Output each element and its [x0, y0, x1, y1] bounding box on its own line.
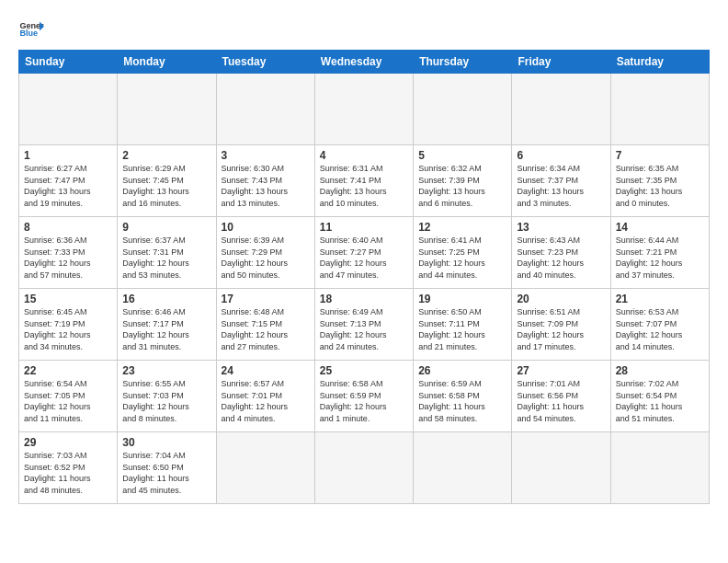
- day-number: 8: [24, 221, 112, 234]
- calendar-week-4: 22Sunrise: 6:54 AMSunset: 7:05 PMDayligh…: [19, 361, 710, 432]
- cell-info: Sunrise: 6:49 AMSunset: 7:13 PMDaylight:…: [320, 306, 408, 352]
- day-number: 19: [418, 293, 506, 305]
- cell-info: Sunrise: 6:57 AMSunset: 7:01 PMDaylight:…: [222, 378, 310, 424]
- cell-info: Sunrise: 6:34 AMSunset: 7:37 PMDaylight:…: [517, 163, 605, 209]
- calendar-cell: 5Sunrise: 6:32 AMSunset: 7:39 PMDaylight…: [414, 145, 512, 217]
- cell-info: Sunrise: 6:29 AMSunset: 7:45 PMDaylight:…: [122, 163, 210, 209]
- calendar-week-1: 1Sunrise: 6:27 AMSunset: 7:47 PMDaylight…: [19, 145, 710, 217]
- calendar-cell: 10Sunrise: 6:39 AMSunset: 7:29 PMDayligh…: [216, 217, 314, 289]
- calendar-cell: 19Sunrise: 6:50 AMSunset: 7:11 PMDayligh…: [414, 289, 512, 361]
- calendar-cell: [512, 74, 610, 145]
- day-number: 15: [24, 293, 112, 305]
- calendar-week-5: 29Sunrise: 7:03 AMSunset: 6:52 PMDayligh…: [19, 432, 710, 504]
- cell-info: Sunrise: 6:50 AMSunset: 7:11 PMDaylight:…: [418, 306, 506, 352]
- col-header-thursday: Thursday: [414, 51, 512, 74]
- calendar-cell: 29Sunrise: 7:03 AMSunset: 6:52 PMDayligh…: [19, 432, 118, 504]
- cell-info: Sunrise: 6:55 AMSunset: 7:03 PMDaylight:…: [122, 378, 210, 424]
- col-header-saturday: Saturday: [610, 51, 709, 74]
- calendar-cell: 22Sunrise: 6:54 AMSunset: 7:05 PMDayligh…: [19, 361, 118, 432]
- day-number: 30: [122, 436, 210, 449]
- cell-info: Sunrise: 6:58 AMSunset: 6:59 PMDaylight:…: [320, 378, 408, 424]
- calendar-cell: 2Sunrise: 6:29 AMSunset: 7:45 PMDaylight…: [118, 145, 216, 217]
- logo-icon: General Blue: [18, 17, 44, 42]
- calendar-cell: [118, 74, 216, 145]
- day-number: 4: [320, 149, 408, 162]
- cell-info: Sunrise: 6:36 AMSunset: 7:33 PMDaylight:…: [24, 235, 112, 281]
- cell-info: Sunrise: 6:45 AMSunset: 7:19 PMDaylight:…: [24, 306, 112, 352]
- cell-info: Sunrise: 6:40 AMSunset: 7:27 PMDaylight:…: [320, 235, 408, 281]
- calendar-cell: 6Sunrise: 6:34 AMSunset: 7:37 PMDaylight…: [512, 145, 610, 217]
- calendar-week-0: [19, 74, 710, 145]
- day-number: 28: [616, 364, 704, 377]
- calendar-cell: 8Sunrise: 6:36 AMSunset: 7:33 PMDaylight…: [19, 217, 118, 289]
- cell-info: Sunrise: 6:46 AMSunset: 7:17 PMDaylight:…: [122, 306, 210, 352]
- calendar-cell: 27Sunrise: 7:01 AMSunset: 6:56 PMDayligh…: [512, 361, 610, 432]
- calendar-week-2: 8Sunrise: 6:36 AMSunset: 7:33 PMDaylight…: [19, 217, 710, 289]
- cell-info: Sunrise: 6:37 AMSunset: 7:31 PMDaylight:…: [122, 235, 210, 281]
- cell-info: Sunrise: 6:53 AMSunset: 7:07 PMDaylight:…: [616, 306, 704, 352]
- day-number: 9: [122, 221, 210, 234]
- calendar-cell: 3Sunrise: 6:30 AMSunset: 7:43 PMDaylight…: [216, 145, 314, 217]
- day-number: 3: [222, 149, 310, 162]
- day-number: 5: [418, 149, 506, 162]
- cell-info: Sunrise: 6:59 AMSunset: 6:58 PMDaylight:…: [418, 378, 506, 424]
- calendar-cell: 23Sunrise: 6:55 AMSunset: 7:03 PMDayligh…: [118, 361, 216, 432]
- col-header-sunday: Sunday: [19, 51, 118, 74]
- calendar-header-row: SundayMondayTuesdayWednesdayThursdayFrid…: [19, 51, 710, 74]
- day-number: 11: [320, 221, 408, 234]
- logo: General Blue: [18, 17, 44, 42]
- calendar-cell: 20Sunrise: 6:51 AMSunset: 7:09 PMDayligh…: [512, 289, 610, 361]
- calendar-cell: [216, 74, 314, 145]
- day-number: 1: [24, 149, 112, 162]
- calendar-cell: 30Sunrise: 7:04 AMSunset: 6:50 PMDayligh…: [118, 432, 216, 504]
- day-number: 27: [517, 364, 605, 377]
- col-header-tuesday: Tuesday: [216, 51, 314, 74]
- calendar-cell: 16Sunrise: 6:46 AMSunset: 7:17 PMDayligh…: [118, 289, 216, 361]
- col-header-friday: Friday: [512, 51, 610, 74]
- day-number: 16: [122, 293, 210, 305]
- calendar-cell: 26Sunrise: 6:59 AMSunset: 6:58 PMDayligh…: [414, 361, 512, 432]
- calendar-cell: 12Sunrise: 6:41 AMSunset: 7:25 PMDayligh…: [414, 217, 512, 289]
- cell-info: Sunrise: 6:30 AMSunset: 7:43 PMDaylight:…: [222, 163, 310, 209]
- cell-info: Sunrise: 6:48 AMSunset: 7:15 PMDaylight:…: [222, 306, 310, 352]
- calendar-week-3: 15Sunrise: 6:45 AMSunset: 7:19 PMDayligh…: [19, 289, 710, 361]
- day-number: 2: [122, 149, 210, 162]
- calendar-cell: [610, 432, 709, 504]
- day-number: 24: [222, 364, 310, 377]
- calendar-cell: 14Sunrise: 6:44 AMSunset: 7:21 PMDayligh…: [610, 217, 709, 289]
- cell-info: Sunrise: 6:54 AMSunset: 7:05 PMDaylight:…: [24, 378, 112, 424]
- day-number: 22: [24, 364, 112, 377]
- col-header-monday: Monday: [118, 51, 216, 74]
- day-number: 12: [418, 221, 506, 234]
- cell-info: Sunrise: 6:39 AMSunset: 7:29 PMDaylight:…: [222, 235, 310, 281]
- cell-info: Sunrise: 7:02 AMSunset: 6:54 PMDaylight:…: [616, 378, 704, 424]
- day-number: 17: [222, 293, 310, 305]
- day-number: 26: [418, 364, 506, 377]
- cell-info: Sunrise: 7:01 AMSunset: 6:56 PMDaylight:…: [517, 378, 605, 424]
- calendar-cell: 25Sunrise: 6:58 AMSunset: 6:59 PMDayligh…: [314, 361, 413, 432]
- calendar-cell: 1Sunrise: 6:27 AMSunset: 7:47 PMDaylight…: [19, 145, 118, 217]
- cell-info: Sunrise: 6:43 AMSunset: 7:23 PMDaylight:…: [517, 235, 605, 281]
- svg-text:Blue: Blue: [19, 29, 38, 38]
- col-header-wednesday: Wednesday: [314, 51, 413, 74]
- day-number: 7: [616, 149, 704, 162]
- day-number: 10: [222, 221, 310, 234]
- day-number: 6: [517, 149, 605, 162]
- calendar-cell: [414, 432, 512, 504]
- calendar-cell: [314, 74, 413, 145]
- day-number: 13: [517, 221, 605, 234]
- calendar-cell: 21Sunrise: 6:53 AMSunset: 7:07 PMDayligh…: [610, 289, 709, 361]
- page-header: General Blue: [18, 17, 710, 42]
- day-number: 18: [320, 293, 408, 305]
- calendar-cell: 7Sunrise: 6:35 AMSunset: 7:35 PMDaylight…: [610, 145, 709, 217]
- day-number: 21: [616, 293, 704, 305]
- calendar-cell: [414, 74, 512, 145]
- cell-info: Sunrise: 6:35 AMSunset: 7:35 PMDaylight:…: [616, 163, 704, 209]
- day-number: 25: [320, 364, 408, 377]
- calendar-cell: 24Sunrise: 6:57 AMSunset: 7:01 PMDayligh…: [216, 361, 314, 432]
- calendar-cell: 4Sunrise: 6:31 AMSunset: 7:41 PMDaylight…: [314, 145, 413, 217]
- calendar-cell: 18Sunrise: 6:49 AMSunset: 7:13 PMDayligh…: [314, 289, 413, 361]
- day-number: 14: [616, 221, 704, 234]
- calendar-cell: 28Sunrise: 7:02 AMSunset: 6:54 PMDayligh…: [610, 361, 709, 432]
- day-number: 23: [122, 364, 210, 377]
